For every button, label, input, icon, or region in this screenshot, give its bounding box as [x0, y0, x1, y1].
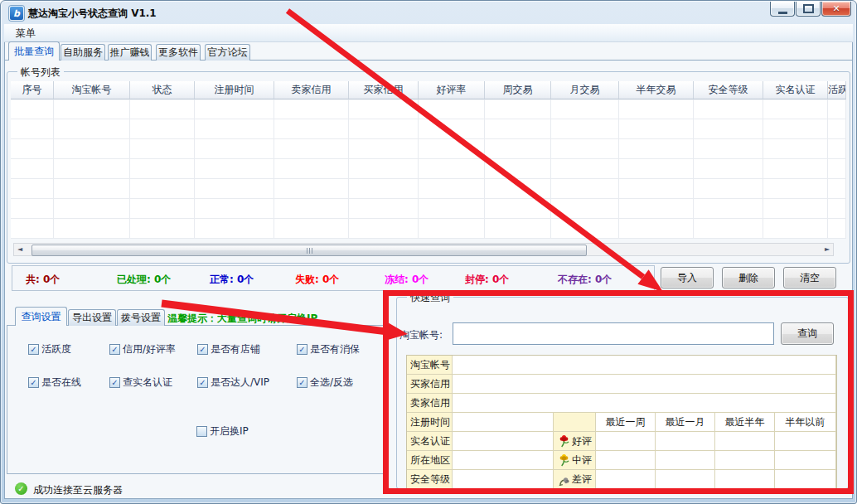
result-value-cell: [453, 375, 836, 394]
tab-query-settings[interactable]: 查询设置: [15, 307, 67, 326]
column-header-7[interactable]: 周交易: [485, 81, 551, 99]
checkbox-box-icon: ✓: [197, 344, 208, 355]
maximize-button[interactable]: [796, 2, 821, 17]
scroll-left-arrow-icon[interactable]: ◄: [14, 244, 26, 255]
table-cell: [419, 179, 485, 199]
switch-ip-label: 开启换IP: [210, 424, 249, 439]
table-cell: [274, 179, 349, 199]
table-cell: [551, 199, 619, 219]
result-value-cell: [453, 451, 554, 470]
tab-dial-settings[interactable]: 拨号设置: [117, 309, 165, 326]
clear-button[interactable]: 清空: [783, 267, 836, 288]
table-cell: [551, 119, 619, 139]
table-cell: [130, 119, 195, 139]
table-cell: [694, 179, 763, 199]
checkbox-is-online[interactable]: ✓是否在线: [28, 376, 81, 390]
yellow-flower-icon: [557, 453, 570, 467]
quick-query-button[interactable]: 查询: [781, 322, 834, 345]
column-header-10[interactable]: 安全等级: [694, 81, 763, 99]
checkbox-box-icon: [196, 426, 207, 437]
table-cell: [763, 159, 828, 179]
table-cell: [551, 99, 619, 119]
result-row-label: 淘宝帐号: [407, 356, 453, 375]
table-cell: [828, 179, 846, 199]
checkbox-label: 是否达人/VIP: [211, 376, 269, 390]
table-cell: [763, 199, 828, 219]
column-header-6[interactable]: 好评率: [419, 81, 485, 99]
checkbox-label: 活跃度: [41, 342, 71, 356]
switch-ip-checkbox[interactable]: 开启换IP: [196, 424, 249, 439]
table-cell: [485, 179, 551, 199]
import-button[interactable]: 导入: [661, 267, 714, 288]
table-cell: [828, 119, 846, 139]
column-header-0[interactable]: 序号: [11, 81, 54, 99]
table-cell: [619, 159, 694, 179]
minimize-button[interactable]: [770, 2, 795, 17]
column-header-2[interactable]: 状态: [130, 81, 195, 99]
table-cell: [485, 199, 551, 219]
table-cell: [419, 199, 485, 219]
table-cell: [195, 179, 274, 199]
table-cell: [54, 139, 130, 159]
column-header-5[interactable]: 买家信用: [349, 81, 419, 99]
delete-button[interactable]: 删除: [722, 267, 775, 288]
scrollbar-thumb[interactable]: [31, 245, 587, 256]
horizontal-scrollbar[interactable]: ◄ ►: [13, 243, 834, 256]
column-header-12[interactable]: 活跃度: [828, 81, 846, 99]
table-cell: [274, 139, 349, 159]
checkbox-has-shop[interactable]: ✓是否有店铺: [197, 342, 260, 356]
tab-official-forum[interactable]: 官方论坛: [205, 44, 250, 61]
table-cell: [11, 139, 54, 159]
table-row: [11, 119, 846, 139]
table-cell: [419, 219, 485, 239]
result-value-cell: [453, 394, 836, 413]
checkbox-label: 是否在线: [41, 376, 81, 390]
quick-account-input[interactable]: [453, 322, 774, 345]
table-cell: [11, 219, 54, 239]
menu-item-menu[interactable]: 菜单: [12, 27, 40, 41]
checkbox-label: 全选/反选: [310, 376, 353, 390]
column-header-1[interactable]: 淘宝帐号: [54, 81, 130, 99]
checkbox-activity[interactable]: ✓活跃度: [28, 342, 71, 356]
rating-label: 好评: [572, 434, 592, 448]
scroll-right-arrow-icon[interactable]: ►: [821, 244, 833, 255]
result-period-cell: [715, 470, 775, 489]
table-cell: [54, 219, 130, 239]
table-cell: [828, 219, 846, 239]
column-header-3[interactable]: 注册时间: [195, 81, 274, 99]
column-header-11[interactable]: 实名认证: [763, 81, 828, 99]
result-row: 所在地区中评: [407, 451, 836, 470]
table-cell: [828, 99, 846, 119]
checkbox-real-name-check[interactable]: ✓查实名认证: [109, 376, 172, 390]
checkbox-credit-rating[interactable]: ✓信用/好评率: [109, 342, 176, 356]
tab-export-settings[interactable]: 导出设置: [68, 309, 116, 326]
table-cell: [485, 219, 551, 239]
tab-batch-query[interactable]: 批量查询: [8, 41, 60, 61]
tab-promote-earn[interactable]: 推广赚钱: [108, 44, 152, 61]
stat-normal-label: 正常:: [210, 274, 237, 285]
table-row: [11, 99, 846, 119]
stat-processed-label: 已处理:: [117, 274, 154, 285]
column-header-9[interactable]: 半年交易: [619, 81, 694, 99]
column-header-8[interactable]: 月交易: [551, 81, 619, 99]
checkbox-select-all[interactable]: ✓全选/反选: [297, 376, 353, 390]
table-cell: [694, 119, 763, 139]
result-period-cell: [656, 470, 715, 489]
tab-more-software[interactable]: 更多软件: [156, 44, 201, 61]
checkbox-box-icon: ✓: [297, 344, 307, 355]
stat-nonexistent: 不存在: 0个: [558, 273, 612, 287]
column-header-4[interactable]: 卖家信用: [274, 81, 349, 99]
tab-self-service[interactable]: 自助服务: [61, 44, 105, 61]
maximize-icon: [803, 4, 814, 13]
table-row: [11, 159, 846, 179]
table-cell: [419, 99, 485, 119]
table-cell: [694, 199, 763, 219]
table-cell: [763, 119, 828, 139]
close-button[interactable]: ✕: [821, 2, 851, 17]
checkbox-vip[interactable]: ✓是否达人/VIP: [197, 376, 269, 390]
result-row: 淘宝帐号: [407, 356, 836, 375]
checkbox-consumer-protection[interactable]: ✓是否有消保: [297, 342, 360, 356]
stat-processed: 已处理: 0个: [117, 273, 171, 287]
app-logo-icon: b: [9, 6, 24, 21]
checkbox-box-icon: ✓: [109, 377, 120, 388]
